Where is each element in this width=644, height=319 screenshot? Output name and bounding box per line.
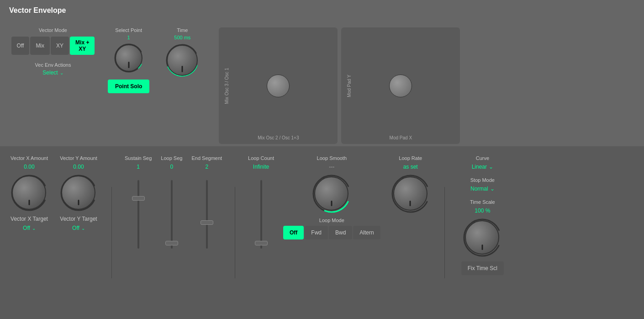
separator-1 <box>111 187 112 278</box>
separator-3 <box>444 187 445 278</box>
sustain-seg-slider-thumb[interactable] <box>132 196 145 201</box>
vector-x-amount-value: 0.00 <box>24 164 34 170</box>
loop-smooth-knob[interactable] <box>314 176 348 211</box>
vector-y-target-value: Off <box>72 225 79 231</box>
vector-mode-label: Vector Mode <box>39 27 67 33</box>
curve-value: Linear <box>472 164 487 170</box>
loop-rate-knob-wrap <box>390 173 432 215</box>
mode-btn-off[interactable]: Off <box>11 37 30 55</box>
loop-seg-label: Loop Seg <box>161 155 182 161</box>
vector-x-target-dropdown[interactable]: Vector X Target <box>11 216 48 222</box>
vector-y-target-label: Vector Y Target <box>60 216 97 222</box>
xy-pad2-label-bottom: Mod Pad X <box>390 135 412 140</box>
sustain-seg-slider-track[interactable] <box>137 180 139 249</box>
curve-section: Curve Linear ⌄ <box>461 155 504 170</box>
sustain-seg-section: Sustain Seg 1 <box>125 155 152 256</box>
vec-env-actions: Vec Env Actions Select ⌄ <box>35 62 71 76</box>
xy-pad-1[interactable]: Mix Osc 3 / Osc 1 Mix Osc 2 / Osc 1+3 <box>219 27 338 144</box>
mode-btn-mix-xy[interactable]: Mix +XY <box>70 37 95 55</box>
xy-pad2-knob[interactable] <box>389 74 412 97</box>
loop-seg-slider-track[interactable] <box>171 180 173 249</box>
end-segment-label: End Segment <box>191 155 222 161</box>
loop-count-slider-thumb[interactable] <box>255 241 268 245</box>
time-group: Time 500 ms <box>164 27 201 93</box>
time-value: 500 ms <box>174 35 190 40</box>
select-point-value: 1 <box>127 35 130 40</box>
vector-x-amount-label: Vector X Amount <box>11 155 48 161</box>
loop-count-slider-track[interactable] <box>260 180 262 249</box>
xy-pad1-label-bottom: Mix Osc 2 / Osc 1+3 <box>258 135 299 140</box>
right-controls: Curve Linear ⌄ Stop Mode Normal ⌄ Time S… <box>461 155 504 275</box>
loop-mode-fwd[interactable]: Fwd <box>305 226 328 239</box>
fix-time-scl-button[interactable]: Fix Time Scl <box>461 261 504 275</box>
panel-title: Vector Envelope <box>9 6 66 15</box>
vector-mode-buttons: Off Mix XY Mix +XY <box>11 37 95 55</box>
loop-seg-section: Loop Seg 0 <box>161 155 182 256</box>
loop-mode-off[interactable]: Off <box>283 226 304 239</box>
vector-y-target-dropdown[interactable]: Vector Y Target <box>60 216 97 222</box>
vec-env-select-value: Select <box>42 69 58 76</box>
loop-seg-slider-wrap <box>171 173 173 256</box>
stop-mode-label: Stop Mode <box>470 177 495 183</box>
point-solo-button[interactable]: Point Solo <box>108 80 149 93</box>
vector-y-amount-label: Vector Y Amount <box>60 155 97 161</box>
chevron-down-icon-stop: ⌄ <box>490 186 495 192</box>
time-scale-value: 100 % <box>475 207 490 214</box>
end-segment-slider-thumb[interactable] <box>201 220 213 225</box>
vector-x-target-value: Off <box>23 225 30 231</box>
end-segment-slider-track[interactable] <box>206 180 208 249</box>
loop-smooth-value: --- <box>329 164 334 170</box>
loop-smooth-knob-wrap <box>311 173 353 215</box>
loop-mode-bwd[interactable]: Bwd <box>329 226 352 239</box>
vector-x-target-value-dropdown[interactable]: Off ⌄ <box>23 225 36 231</box>
xy-pad1-label-left: Mix Osc 3 / Osc 1 <box>224 68 229 104</box>
xy-pad2-label-left: Mod Pad Y <box>347 74 352 97</box>
select-point-knob[interactable] <box>115 44 143 72</box>
loop-mode-buttons: Off Fwd Bwd Altern <box>283 226 380 239</box>
vector-x-target-label: Vector X Target <box>11 216 48 222</box>
end-segment-section: End Segment 2 <box>191 155 222 256</box>
time-scale-label: Time Scale <box>470 199 495 205</box>
loop-count-section: Loop Count Infinite <box>248 155 274 256</box>
stop-mode-dropdown[interactable]: Normal ⌄ <box>470 186 495 192</box>
chevron-down-icon-curve: ⌄ <box>489 164 493 170</box>
vector-y-amount-knob-wrap <box>58 173 99 213</box>
time-scale-knob[interactable] <box>465 220 499 255</box>
vector-y-amount-knob[interactable] <box>61 175 95 210</box>
vector-y-target-value-dropdown[interactable]: Off ⌄ <box>72 225 85 231</box>
xy-pad-2[interactable]: Mod Pad Y Mod Pad X <box>341 27 460 144</box>
vector-x-amount-knob-wrap <box>9 173 49 213</box>
loop-smooth-section: Loop Smooth --- Loop Mode Off Fwd Bwd Al… <box>283 155 380 239</box>
time-scale-section: Time Scale 100 % Fix Time Scl <box>461 199 504 275</box>
vector-x-amount-knob[interactable] <box>12 175 46 210</box>
end-segment-slider-wrap <box>206 173 208 256</box>
loop-smooth-label: Loop Smooth <box>317 155 347 161</box>
select-point-knob-container <box>113 42 145 74</box>
time-knob[interactable] <box>167 45 198 76</box>
top-panel: Vector Envelope Vector Mode Off Mix XY M… <box>0 0 644 146</box>
vec-env-select-dropdown[interactable]: Select ⌄ <box>42 69 63 76</box>
xy-pad1-knob[interactable] <box>267 74 290 97</box>
curve-dropdown[interactable]: Linear ⌄ <box>472 164 493 170</box>
chevron-down-icon-vy: ⌄ <box>81 226 85 231</box>
loop-mode-altern[interactable]: Altern <box>353 226 380 239</box>
vector-y-amount-section: Vector Y Amount 0.00 Vector Y Target Off… <box>58 155 99 231</box>
loop-mode-label: Loop Mode <box>319 218 344 223</box>
time-label: Time <box>177 27 188 33</box>
loop-rate-label: Loop Rate <box>399 155 422 161</box>
xy-pads-area: Mix Osc 3 / Osc 1 Mix Osc 2 / Osc 1+3 Mo… <box>219 27 460 144</box>
select-point-label: Select Point <box>115 27 142 33</box>
mode-btn-mix[interactable]: Mix <box>30 37 50 55</box>
loop-rate-section: Loop Rate as set <box>390 155 432 215</box>
mode-btn-xy[interactable]: XY <box>51 37 69 55</box>
sustain-seg-value: 1 <box>137 164 140 170</box>
time-knob-container <box>164 42 201 79</box>
vec-env-actions-label: Vec Env Actions <box>35 62 71 68</box>
curve-label: Curve <box>476 155 489 161</box>
loop-rate-knob[interactable] <box>393 176 428 211</box>
sustain-seg-slider-wrap <box>137 173 139 256</box>
time-scale-knob-wrap <box>461 217 503 259</box>
loop-seg-slider-thumb[interactable] <box>165 241 178 245</box>
bottom-panel: Vector X Amount 0.00 Vector X Target Off… <box>0 146 644 319</box>
loop-count-slider-wrap <box>260 173 262 256</box>
